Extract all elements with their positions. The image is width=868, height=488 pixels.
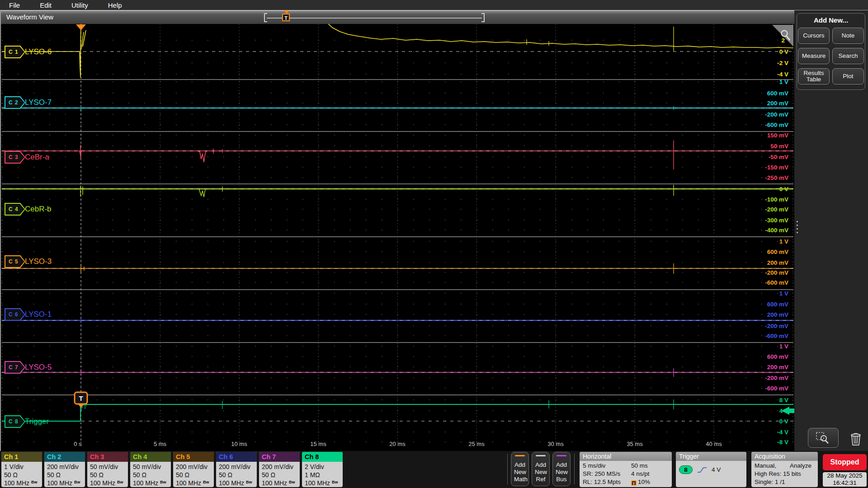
ch7-label[interactable]: LYSO-5 (25, 362, 52, 372)
ch6-settings-badge[interactable]: Ch 6 200 mV/div50 Ω100 MHz Bw (216, 452, 257, 487)
svg-text:-100 mV: -100 mV (765, 196, 788, 203)
menu-edit[interactable]: Edit (40, 1, 52, 9)
svg-text:-150 mV: -150 mV (765, 164, 788, 171)
add-cursors-button[interactable]: Cursors (798, 28, 830, 44)
channel-separators (2, 80, 793, 395)
svg-text:600 mV: 600 mV (767, 249, 788, 255)
ch2-settings-badge[interactable]: Ch 2 200 mV/div50 Ω100 MHz Bw (44, 452, 85, 487)
menu-bar: File Edit Utility Help (0, 0, 868, 10)
zoom-box-button[interactable] (808, 428, 839, 448)
horizontal-panel-title: Horizontal (580, 452, 672, 461)
rising-edge-icon (697, 466, 708, 474)
trigger-level-value: 4 V (712, 466, 721, 474)
trigger-panel-title: Trigger (676, 452, 746, 461)
svg-text:25 ms: 25 ms (468, 441, 485, 447)
add-measure-button[interactable]: Measure (798, 48, 830, 64)
trigger-panel[interactable]: Trigger 8 4 V (676, 452, 746, 487)
trash-icon[interactable] (847, 430, 865, 448)
ch2-label[interactable]: LYSO-7 (25, 98, 52, 108)
ch7-settings-badge[interactable]: Ch 7 200 mV/div50 Ω100 MHz Bw (259, 452, 300, 487)
svg-text:2: 2 (781, 37, 785, 44)
ch5-badge-title: Ch 5 (176, 453, 190, 460)
waveform-svg: T 2 0 V -2 V -4 V 1 V 600 mV (1, 24, 794, 451)
add-new-math-button[interactable]: AddNewMath (511, 452, 529, 486)
svg-text:1 V: 1 V (779, 79, 788, 85)
trigger-position-triangle[interactable] (76, 24, 86, 30)
svg-text:8 V: 8 V (779, 397, 788, 404)
time-label: 16:42:31 (823, 479, 867, 487)
svg-text:-200 mV: -200 mV (765, 375, 788, 381)
svg-text:-400 mV: -400 mV (765, 227, 788, 234)
svg-text:-4 V: -4 V (777, 71, 788, 78)
zoom-box-icon (816, 432, 831, 444)
svg-text:0 V: 0 V (779, 418, 788, 425)
scale-labels-ch6: 1 V 600 mV 200 mV -200 mV -600 mV (765, 290, 788, 339)
svg-text:0 V: 0 V (779, 186, 788, 192)
ch7-badge-title: Ch 7 (262, 453, 276, 460)
ch1-settings-badge[interactable]: Ch 1 1 V/div50 Ω100 MHz Bw (1, 452, 42, 487)
ch3-label[interactable]: CeBr-a (25, 152, 49, 162)
trace-ch1 (2, 24, 793, 77)
svg-text:-4 V: -4 V (777, 429, 788, 436)
svg-text:10 ms: 10 ms (231, 441, 247, 447)
ch6-badge-title: Ch 6 (219, 453, 233, 460)
acquisition-panel[interactable]: Acquisition Manual,Analyze High Res: 15 … (751, 452, 818, 487)
ch4-settings-badge[interactable]: Ch 4 50 mV/div50 Ω100 MHz Bw (130, 452, 171, 487)
divider (574, 454, 575, 484)
horizontal-panel[interactable]: Horizontal 5 ms/div50 ms SR: 250 MS/s4 n… (580, 452, 672, 487)
svg-text:150 mV: 150 mV (767, 132, 788, 139)
add-new-ref-button[interactable]: AddNewRef (532, 452, 550, 486)
svg-text:0 s: 0 s (74, 441, 82, 447)
trigger-time-badge[interactable]: T (75, 392, 87, 408)
scale-labels-ch7: 1 V 600 mV 200 mV -200 mV -600 mV (765, 343, 788, 392)
trigger-mini-icon: T (631, 480, 637, 486)
svg-text:200 mV: 200 mV (767, 364, 788, 371)
add-new-title: Add New... (797, 16, 865, 24)
add-search-button[interactable]: Search (832, 48, 864, 64)
waveform-view-header: Waveform View T (1, 10, 794, 24)
ch5-label[interactable]: LYSO-3 (25, 257, 52, 267)
svg-text:-200 mV: -200 mV (765, 269, 788, 276)
add-note-button[interactable]: Note (832, 28, 864, 44)
menu-help[interactable]: Help (108, 1, 122, 9)
ch4-badge-title: Ch 4 (133, 453, 147, 460)
ch5-settings-badge[interactable]: Ch 5 200 mV/div50 Ω100 MHz Bw (173, 452, 214, 487)
panel-splitter-handle[interactable] (795, 221, 799, 239)
menu-utility[interactable]: Utility (71, 1, 88, 9)
svg-text:-200 mV: -200 mV (765, 111, 788, 118)
scale-labels-ch3: 150 mV 50 mV -50 mV -150 mV -250 mV (765, 132, 788, 181)
svg-text:1 V: 1 V (779, 343, 788, 350)
acquisition-panel-title: Acquisition (751, 452, 818, 461)
ch1-badge-title: Ch 1 (4, 453, 18, 460)
menu-file[interactable]: File (9, 1, 20, 9)
svg-text:1 V: 1 V (779, 238, 788, 245)
scale-labels-ch5: 1 V 600 mV 200 mV -200 mV -600 mV (765, 238, 788, 286)
ch6-label[interactable]: LYSO-1 (25, 310, 52, 319)
ch3-settings-badge[interactable]: Ch 3 50 mV/div50 Ω100 MHz Bw (87, 452, 128, 487)
svg-text:20 ms: 20 ms (389, 441, 406, 447)
trigger-position-marker[interactable]: T (282, 14, 290, 21)
svg-text:200 mV: 200 mV (767, 259, 788, 266)
svg-text:600 mV: 600 mV (767, 90, 788, 97)
ch1-label[interactable]: LYSO-6 (25, 47, 52, 57)
svg-text:15 ms: 15 ms (310, 441, 326, 447)
ch8-settings-badge[interactable]: Ch 8 2 V/div1 MΩ100 MHz Bw (302, 452, 343, 487)
add-plot-button[interactable]: Plot (832, 68, 864, 84)
scale-labels-ch4: 0 V -100 mV -200 mV -300 mV -400 mV (765, 186, 788, 234)
svg-text:200 mV: 200 mV (767, 311, 788, 318)
bottom-bar: Ch 1 1 V/div50 Ω100 MHz Bw Ch 2 200 mV/d… (0, 451, 868, 488)
run-stop-status[interactable]: Stopped (823, 454, 867, 470)
waveform-view-panel: Waveform View T (0, 10, 794, 451)
ch4-label[interactable]: CebR-b (25, 204, 52, 214)
ch2-badge-title: Ch 2 (47, 453, 61, 460)
position-line (267, 18, 482, 19)
horizontal-position-indicator[interactable]: T (264, 12, 485, 23)
add-new-bus-button[interactable]: AddNewBus (552, 452, 571, 486)
ch8-label[interactable]: Trigger (25, 417, 49, 427)
svg-text:-600 mV: -600 mV (765, 333, 788, 339)
waveform-view-tab[interactable]: Waveform View (6, 13, 53, 21)
datetime-box: 28 May 2025 16:42:31 (823, 472, 867, 487)
grid-dots (2, 24, 793, 443)
add-results-table-button[interactable]: Results Table (798, 68, 830, 84)
x-axis-labels: 0 s 5 ms 10 ms 15 ms 20 ms 25 ms 30 ms 3… (74, 441, 722, 447)
